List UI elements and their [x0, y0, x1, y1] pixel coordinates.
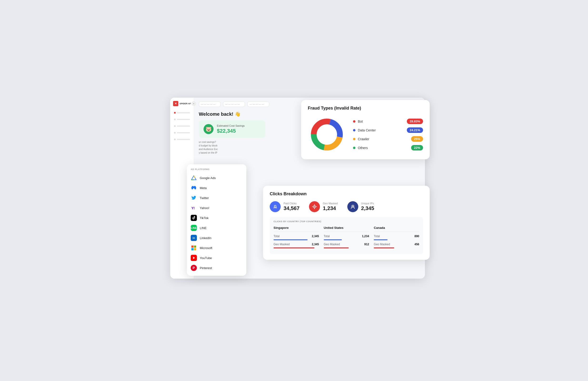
svg-rect-8 [194, 246, 196, 248]
stat-geo-masked: Geo Masked 1,234 [309, 201, 337, 212]
country-us: United States Total 1,234 Geo Masked 912 [324, 226, 369, 251]
logo: ✕ SPIDER AF [171, 101, 193, 106]
platform-google-ads[interactable]: Google Ads [187, 173, 246, 183]
country-section: CLICKS BY COUNTRY (TOP COUNTRIES) Singap… [270, 217, 423, 254]
country-singapore: Singapore Total 2,345 Geo Masked 2,345 [273, 226, 319, 251]
savings-icon: 🐷 [204, 124, 213, 134]
datacenter-label: Data Center [358, 128, 376, 132]
singapore-total-value: 2,345 [312, 234, 319, 238]
canada-geo-bar [374, 247, 394, 248]
sidebar-line-4 [177, 132, 190, 133]
svg-rect-9 [191, 248, 193, 250]
savings-card: 🐷 Estimated Cost Savings $22,345 [199, 120, 265, 138]
platform-line[interactable]: LINE LINE [187, 223, 246, 233]
geo-masked-value: 1,234 [323, 205, 337, 212]
ad-platforms-card: AD PLATFORMS Google Ads Meta [187, 164, 246, 276]
fraud-types-card: Fraud Types (Invalid Rate) [301, 100, 430, 159]
logo-text: SPIDER AF [180, 102, 191, 105]
svg-marker-3 [194, 176, 195, 178]
filter-select-1[interactable]: — — — — — [199, 102, 221, 107]
canada-total-value: 890 [415, 234, 419, 238]
svg-rect-6 [191, 215, 197, 221]
filter-select-2[interactable]: — — — — — [223, 102, 245, 107]
svg-point-17 [274, 205, 276, 207]
savings-label: Estimated Cost Savings [217, 124, 245, 127]
meta-icon [191, 185, 197, 191]
crawler-dot [353, 138, 356, 140]
country-canada: Canada Total 890 Geo Masked 456 [374, 226, 419, 251]
canada-total-bar [374, 239, 387, 240]
fraud-types-title: Fraud Types (Invalid Rate) [308, 106, 423, 111]
stat-paid-clicks: Paid Clicks 34,567 [270, 201, 299, 212]
clicks-stats: Paid Clicks 34,567 Geo Masked 1,234 [270, 201, 423, 212]
platform-youtube[interactable]: YouTube [187, 253, 246, 263]
singapore-total-bar [273, 239, 308, 240]
sidebar-item-3[interactable] [173, 123, 191, 128]
bot-dot [353, 120, 356, 123]
singapore-geo-label: Geo Masked [273, 243, 290, 246]
us-geo-row: Geo Masked 912 [324, 243, 369, 246]
singapore-geo-row: Geo Masked 2,345 [273, 243, 319, 246]
others-label: Others [358, 146, 368, 150]
fraud-legend: Bot 28.83% Data Center 24.21% Crawler [353, 119, 423, 150]
platform-name-tiktok: TikTok [200, 216, 209, 220]
svg-point-19 [314, 206, 315, 207]
platform-tiktok[interactable]: TikTok [187, 213, 246, 223]
platform-linkedin[interactable]: in LinkedIn [187, 233, 246, 243]
platform-name-google-ads: Google Ads [200, 176, 216, 180]
sidebar-dot-5 [174, 139, 176, 140]
yahoo-icon: Y! [191, 205, 197, 211]
sidebar-item-2[interactable] [173, 117, 191, 122]
google-ads-icon [191, 175, 197, 181]
geo-masked-info: Geo Masked 1,234 [323, 202, 337, 212]
scene: ✕ SPIDER AF ‹ [163, 98, 425, 283]
twitter-icon [191, 195, 197, 201]
singapore-total-label: Total [273, 234, 279, 238]
platform-name-youtube: YouTube [200, 256, 212, 260]
canada-name: Canada [374, 226, 419, 232]
us-geo-value: 912 [364, 243, 369, 246]
donut-chart [308, 115, 346, 154]
platform-pinterest[interactable]: P Pinterest [187, 263, 246, 273]
platform-name-microsoft: Microsoft [200, 246, 212, 250]
us-total-row: Total 1,234 [324, 234, 369, 238]
spider-af-logo-icon: ✕ [173, 101, 178, 106]
canada-total-row: Total 890 [374, 234, 419, 238]
us-total-label: Total [324, 234, 330, 238]
crawler-label: Crawler [358, 137, 369, 141]
svg-text:Y!: Y! [191, 206, 195, 210]
canada-geo-row: Geo Masked 456 [374, 243, 419, 246]
svg-rect-7 [191, 246, 193, 248]
sidebar-dot-4 [174, 132, 176, 134]
tiktok-icon [191, 215, 197, 221]
crawler-badge: 25% [411, 136, 423, 142]
countries-grid: Singapore Total 2,345 Geo Masked 2,345 U… [273, 226, 419, 251]
linkedin-icon: in [191, 235, 197, 241]
svg-marker-11 [193, 257, 195, 259]
unique-ips-label: Unique IPs [361, 202, 374, 205]
country-section-title: CLICKS BY COUNTRY (TOP COUNTRIES) [273, 220, 419, 223]
platform-microsoft[interactable]: Microsoft [187, 243, 246, 253]
platform-yahoo[interactable]: Y! Yahoo! [187, 203, 246, 213]
sidebar-item-1[interactable] [173, 110, 191, 115]
unique-ips-value: 2,345 [361, 205, 374, 212]
sidebar-line-1 [177, 112, 190, 113]
platform-twitter[interactable]: Twitter [187, 193, 246, 203]
canada-total-label: Total [374, 234, 380, 238]
singapore-geo-value: 2,345 [312, 243, 319, 246]
platform-name-twitter: Twitter [200, 196, 209, 200]
platform-name-line: LINE [200, 226, 207, 230]
filter-select-3[interactable]: — — — — — [247, 102, 269, 107]
bot-label: Bot [358, 120, 363, 123]
sidebar-item-5[interactable] [173, 137, 191, 142]
unique-ips-icon [347, 201, 358, 212]
microsoft-icon [191, 245, 197, 251]
youtube-icon [191, 255, 197, 261]
clicks-breakdown-title: Clicks Breakdown [270, 191, 423, 196]
sidebar-dot-active [174, 112, 176, 114]
paid-clicks-info: Paid Clicks 34,567 [284, 202, 299, 212]
platform-meta[interactable]: Meta [187, 183, 246, 193]
datacenter-badge: 24.21% [407, 127, 423, 133]
savings-info: Estimated Cost Savings $22,345 [217, 124, 245, 134]
sidebar-item-4[interactable] [173, 130, 191, 135]
